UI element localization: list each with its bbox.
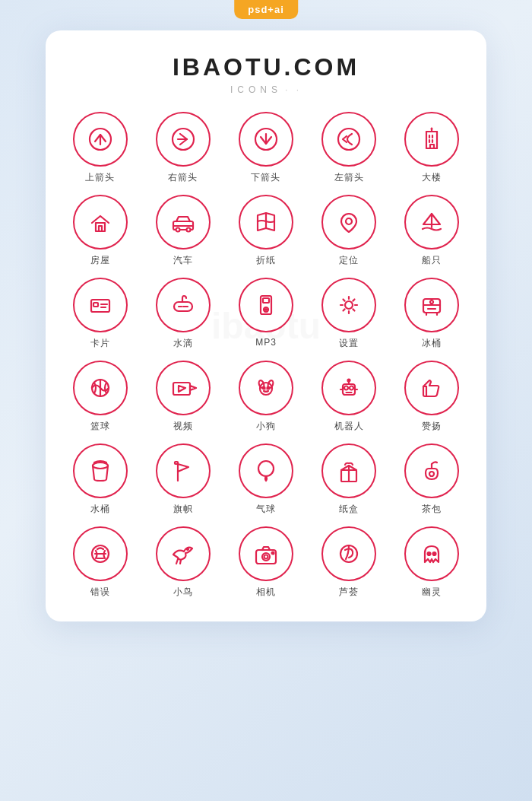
icon-circle-map[interactable] — [239, 195, 293, 250]
icon-circle-car[interactable] — [156, 195, 211, 250]
icon-item-dog: 小狗 — [226, 361, 305, 433]
svg-rect-46 — [173, 383, 190, 395]
icon-item-like: 赞扬 — [393, 361, 471, 433]
icon-item-bird: 小鸟 — [144, 526, 222, 599]
svg-point-85 — [428, 552, 431, 555]
card-subtitle: ICONS — [61, 84, 471, 95]
svg-point-20 — [176, 228, 179, 232]
icon-label-robot: 机器人 — [334, 420, 364, 433]
icon-circle-flag[interactable] — [156, 443, 211, 498]
icon-item-camera: 相机 — [226, 526, 305, 599]
icon-circle-mp3[interactable] — [239, 278, 293, 332]
svg-point-68 — [258, 461, 274, 476]
icon-item-balloon: 气球 — [226, 443, 305, 516]
icon-item-basketball: 篮球 — [61, 361, 139, 433]
icon-circle-settings[interactable] — [321, 278, 376, 332]
card-title: IBAOTU.COM — [61, 53, 471, 81]
svg-rect-34 — [263, 298, 269, 303]
svg-point-54 — [264, 389, 268, 390]
icon-label-location: 定位 — [339, 254, 359, 267]
icon-circle-drop[interactable] — [156, 278, 211, 332]
svg-point-86 — [433, 552, 436, 555]
icon-circle-left-arrow[interactable] — [321, 112, 376, 167]
icon-label-like: 赞扬 — [422, 420, 442, 433]
icon-circle-dog[interactable] — [239, 361, 293, 415]
icon-label-teabag: 茶包 — [422, 503, 442, 516]
svg-rect-14 — [430, 145, 434, 148]
icon-label-pinterest: 芦荟 — [339, 586, 359, 599]
svg-point-60 — [348, 380, 350, 382]
icon-circle-teabag[interactable] — [404, 443, 459, 498]
svg-point-83 — [271, 552, 274, 555]
icon-circle-card[interactable] — [73, 278, 128, 332]
icon-item-mp3: MP3 — [226, 278, 305, 350]
svg-point-57 — [350, 386, 353, 390]
icon-label-map: 折纸 — [256, 254, 276, 267]
icon-label-bucket: 水桶 — [90, 503, 110, 516]
svg-rect-27 — [93, 303, 98, 307]
svg-point-6 — [338, 129, 359, 150]
icon-label-card: 卡片 — [90, 337, 110, 350]
svg-line-77 — [176, 559, 178, 564]
icon-item-up-arrow: 上箭头 — [61, 112, 139, 184]
icon-circle-ghost[interactable] — [404, 526, 459, 581]
icon-label-right-arrow: 右箭头 — [168, 171, 198, 184]
icon-item-error: 错误 — [61, 526, 139, 599]
icon-label-up-arrow: 上箭头 — [85, 171, 115, 184]
icon-circle-house[interactable] — [73, 195, 128, 250]
icon-circle-down-arrow[interactable] — [239, 112, 293, 167]
icon-label-basketball: 篮球 — [90, 420, 110, 433]
svg-rect-17 — [96, 223, 105, 231]
icon-item-house: 房屋 — [61, 195, 139, 267]
icon-item-box: 纸盒 — [310, 443, 388, 516]
icon-circle-bird[interactable] — [156, 526, 211, 581]
icon-circle-building[interactable] — [404, 112, 459, 167]
icon-label-building: 大楼 — [422, 171, 442, 184]
icon-circle-balloon[interactable] — [239, 443, 293, 498]
icon-label-box: 纸盒 — [339, 503, 359, 516]
svg-point-56 — [344, 386, 348, 390]
icon-item-left-arrow: 左箭头 — [310, 112, 388, 184]
icon-item-pinterest: 芦荟 — [310, 526, 388, 599]
svg-point-79 — [187, 548, 188, 550]
icon-circle-pinterest[interactable] — [321, 526, 376, 581]
icon-item-boat: 船只 — [393, 195, 471, 267]
icon-circle-up-arrow[interactable] — [73, 112, 128, 167]
icon-label-car: 汽车 — [173, 254, 193, 267]
icon-circle-right-arrow[interactable] — [156, 112, 211, 167]
icon-circle-camera[interactable] — [239, 526, 293, 581]
icon-circle-like[interactable] — [404, 361, 459, 415]
icon-circle-box[interactable] — [321, 443, 376, 498]
icon-circle-icebox[interactable] — [404, 278, 459, 332]
svg-point-82 — [264, 555, 268, 559]
icon-label-house: 房屋 — [90, 254, 110, 267]
icon-label-dog: 小狗 — [256, 420, 276, 433]
icon-label-icebox: 冰桶 — [422, 337, 442, 350]
icon-item-ghost: 幽灵 — [393, 526, 471, 599]
icon-item-flag: 旗帜 — [144, 443, 222, 516]
svg-point-73 — [429, 472, 434, 476]
icon-label-camera: 相机 — [256, 586, 276, 599]
icon-label-balloon: 气球 — [256, 503, 276, 516]
icon-label-settings: 设置 — [339, 337, 359, 350]
icon-circle-bucket[interactable] — [73, 443, 128, 498]
icon-label-drop: 水滴 — [173, 337, 193, 350]
icon-circle-boat[interactable] — [404, 195, 459, 250]
svg-point-40 — [430, 300, 433, 304]
icon-label-bird: 小鸟 — [173, 586, 193, 599]
icon-circle-basketball[interactable] — [73, 361, 128, 415]
svg-point-36 — [265, 309, 267, 310]
icon-label-flag: 旗帜 — [173, 503, 193, 516]
icon-item-teabag: 茶包 — [393, 443, 471, 516]
icon-label-boat: 船只 — [422, 254, 442, 267]
icon-label-mp3: MP3 — [255, 337, 277, 348]
icon-circle-video[interactable] — [156, 361, 211, 415]
icon-circle-robot[interactable] — [321, 361, 376, 415]
svg-point-21 — [186, 228, 190, 232]
icon-circle-error[interactable] — [73, 526, 128, 581]
svg-marker-47 — [190, 386, 196, 390]
icon-label-video: 视频 — [173, 420, 193, 433]
icon-circle-location[interactable] — [321, 195, 376, 250]
icon-item-video: 视频 — [144, 361, 222, 433]
svg-line-78 — [180, 560, 181, 564]
